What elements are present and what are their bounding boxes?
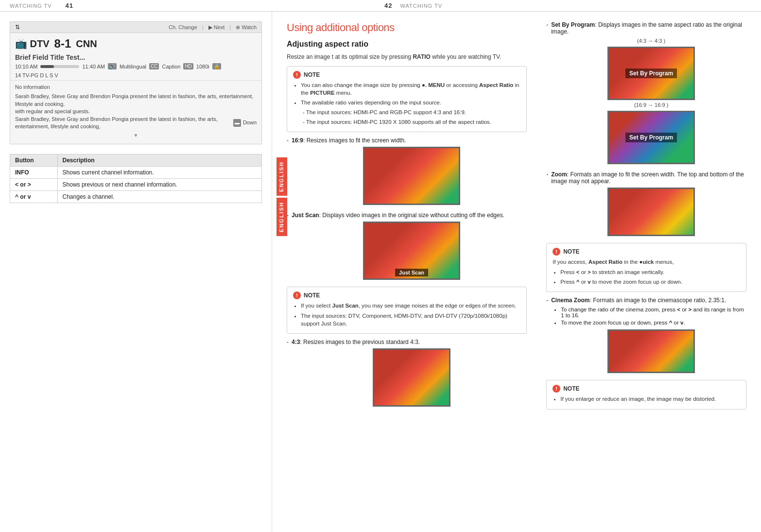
progress-bar	[40, 65, 79, 68]
table-row: < or >Shows previous or next channel inf…	[10, 179, 262, 191]
desc-line2: with regular and special guests.	[15, 108, 257, 115]
description-area: No information Sarah Bradley, Steve Gray…	[10, 81, 261, 144]
note-header-4: ! NOTE	[553, 384, 740, 393]
channel-icon: ⇅	[15, 24, 20, 31]
note-box-4: ! NOTE If you enlarge or reduce an image…	[546, 380, 746, 409]
preview-4-3-container	[296, 348, 527, 407]
note1-item2: The available ratio varies depending on …	[301, 99, 520, 106]
channel-top-bar: ⇅ Ch. Change | ▶ Next | ⊕ Watch	[10, 22, 261, 33]
sbp-img-2: Set By Program	[609, 112, 693, 163]
note3-item1: Press < or > to stretch an image vertica…	[560, 268, 740, 276]
audio-icon: 🔊	[108, 63, 117, 69]
nav-separator2: |	[229, 24, 231, 30]
fruit-img-16-9	[364, 148, 459, 204]
subsection-title: Adjusting aspect ratio	[287, 40, 527, 49]
channel-nav: Ch. Change | ▶ Next | ⊕ Watch	[169, 24, 257, 31]
channel-info-box: ⇅ Ch. Change | ▶ Next | ⊕ Watch 📺 DTV 8-…	[10, 21, 262, 144]
intro-text: Resize an image t at its optimal size by…	[287, 52, 527, 61]
multilingual-label: Multilingual	[120, 64, 146, 69]
note-box-1: ! NOTE You can also change the image siz…	[287, 66, 527, 132]
channel-number: 8-1	[54, 37, 71, 51]
left-page-num: 41	[66, 2, 73, 9]
left-column: ⇅ Ch. Change | ▶ Next | ⊕ Watch 📺 DTV 8-…	[0, 12, 272, 532]
option-set-by-program: Set By Program: Displays images in the s…	[546, 21, 746, 164]
note-box-2: ! NOTE If you select Just Scan, you may …	[287, 287, 527, 333]
cinema-zoom-item1: To change the ratio of the cinema zoom, …	[561, 307, 746, 318]
note-icon-1: !	[293, 71, 301, 79]
preview-16-9-container	[296, 147, 527, 205]
nav-separator1: |	[202, 24, 204, 30]
hd-icon: HD	[183, 63, 193, 69]
caption-icon: CC	[149, 63, 159, 69]
sub-label-4-3: (4:3 → 4:3 )	[556, 38, 746, 44]
desc-line1: Sarah Bradley, Steve Gray and Brendon Po…	[15, 93, 257, 108]
program-info: Brief Field Title Test... 10:10 AM 11:40…	[10, 52, 261, 81]
dtv-icon: 📺 DTV	[15, 38, 50, 50]
table-row: ^ or vChanges a channel.	[10, 191, 262, 203]
option-set-by-program-label: Set By Program: Displays images in the s…	[546, 21, 746, 35]
preview-16-9	[363, 147, 460, 205]
ch-change-label: Ch. Change	[169, 24, 197, 30]
option-zoom-label: Zoom: Formats an image to fit the screen…	[546, 171, 746, 185]
table-col2-header: Description	[57, 154, 261, 167]
option-4-3-label: 4:3: Resizes images to the previous stan…	[287, 339, 527, 345]
option-16-9: 16:9: Resizes images to fit the screen w…	[287, 137, 527, 205]
preview-zoom	[607, 188, 695, 236]
fruit-img-4-3	[374, 350, 449, 405]
progress-fill	[40, 65, 54, 68]
note1-item1: You can also change the image size by pr…	[301, 81, 520, 97]
right-side: Set By Program: Displays images in the s…	[546, 21, 746, 522]
down-label: Down	[243, 119, 257, 126]
preview-set-by-program-2: Set By Program	[607, 111, 695, 164]
option-cinema-zoom-label: Cinema Zoom: Formats an image to the cin…	[546, 297, 746, 304]
time-end: 11:40 AM	[82, 64, 104, 69]
scroll-arrow-down[interactable]: ▼	[15, 130, 257, 141]
note-header-3: ! NOTE	[553, 247, 740, 256]
table-button-cell: INFO	[10, 167, 58, 179]
note-icon-3: !	[553, 248, 560, 256]
note-header-2: ! NOTE	[293, 291, 520, 300]
time-start: 10:10 AM	[15, 64, 37, 69]
preview-set-by-program-1: Set By Program	[607, 47, 695, 100]
note3-list: Press < or > to stretch an image vertica…	[553, 268, 740, 286]
program-title: Brief Field Title Test...	[15, 53, 257, 61]
option-just-scan-label: Just Scan: Displays video images in the …	[287, 212, 527, 219]
just-scan-overlay: Just Scan	[395, 269, 428, 276]
note4-list: If you enlarge or reduce an image, the i…	[553, 395, 740, 403]
section-title: Using additional options	[287, 21, 527, 34]
left-section-label: WATCHING TV	[10, 3, 52, 9]
note1-list: You can also change the image size by pr…	[293, 81, 520, 126]
note2-item1: If you select Just Scan, you may see ima…	[301, 302, 520, 309]
note-header-1: ! NOTE	[293, 70, 520, 79]
table-button-cell: ^ or v	[10, 191, 58, 203]
preview-cinema-zoom	[607, 329, 695, 373]
note3-item2: Press ^ or v to move the zoom focus up o…	[560, 278, 740, 286]
right-main: Using additional options Adjusting aspec…	[287, 21, 527, 522]
cinema-zoom-list: To change the ratio of the cinema zoom, …	[546, 307, 746, 326]
note-icon-4: !	[553, 385, 560, 393]
option-4-3: 4:3: Resizes images to the previous stan…	[287, 339, 527, 407]
table-button-cell: < or >	[10, 179, 58, 191]
table-desc-cell: Changes a channel.	[57, 191, 261, 203]
option-cinema-zoom: Cinema Zoom: Formats an image to the cin…	[546, 297, 746, 373]
no-info-label: No information	[15, 84, 257, 91]
option-just-scan: Just Scan: Displays video images in the …	[287, 212, 527, 280]
cinema-zoom-img	[609, 331, 693, 372]
table-desc-cell: Shows previous or next channel informati…	[57, 179, 261, 191]
note3-intro: If you access, Aspect Ratio in the ●uick…	[553, 258, 740, 266]
button-table: Button Description INFOShows current cha…	[10, 154, 262, 203]
english-tab-2: ENGLISH	[277, 198, 287, 236]
desc-line3: Sarah Bradley, Steve Gray and Brendon Po…	[15, 116, 233, 131]
note2-item2: The input sources: DTV, Component, HDMI-…	[301, 312, 520, 327]
channel-name: CNN	[76, 38, 97, 50]
channel-title-row: 📺 DTV 8-1 CNN	[10, 33, 261, 52]
note4-item1: If you enlarge or reduce an image, the i…	[560, 395, 740, 403]
main-content: ⇅ Ch. Change | ▶ Next | ⊕ Watch 📺 DTV 8-…	[0, 12, 761, 532]
lock-icon: 🔒	[212, 63, 221, 69]
note2-list: If you select Just Scan, you may see ima…	[293, 302, 520, 327]
nav-next-label[interactable]: ▶ Next	[208, 24, 225, 31]
preview-zoom-container	[556, 188, 746, 236]
nav-watch-label[interactable]: ⊕ Watch	[236, 24, 257, 31]
preview-cinema-zoom-container	[556, 329, 746, 373]
desc-line3-row: Sarah Bradley, Steve Gray and Brendon Po…	[15, 116, 257, 131]
